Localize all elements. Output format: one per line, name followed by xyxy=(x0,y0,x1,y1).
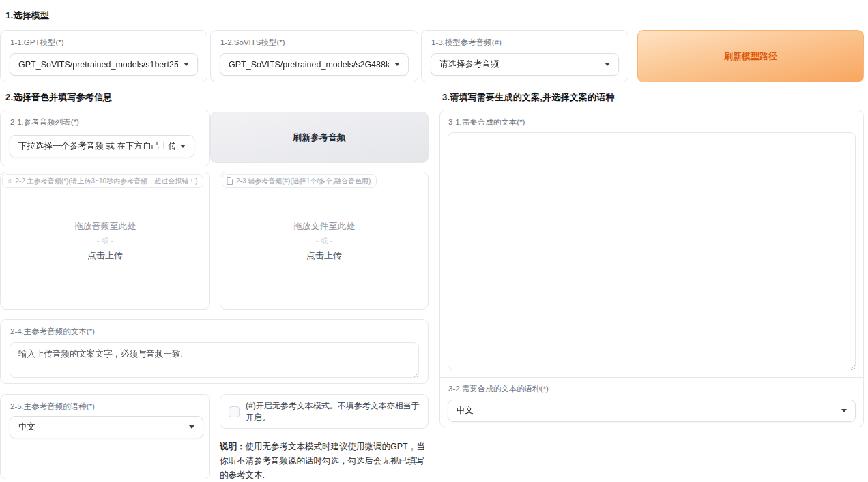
ref-text-input[interactable] xyxy=(10,342,419,378)
section-1-title: 1.选择模型 xyxy=(5,10,49,22)
sovits-model-field: 1-2.SoVITS模型(*) GPT_SoVITS/pretrained_mo… xyxy=(210,30,418,82)
section-2-title: 2.选择音色并填写参考信息 xyxy=(5,91,112,104)
model-ref-audio-field: 1-3.模型参考音频(#) 请选择参考音频 xyxy=(421,30,628,82)
or-text: - 或 - xyxy=(97,236,113,246)
ref-audio-list-field: 2-1.参考音频列表(*) 下拉选择一个参考音频 或 在下方自己上传 xyxy=(0,110,210,166)
model-ref-audio-label: 1-3.模型参考音频(#) xyxy=(431,37,502,48)
aux-ref-audio-dropzone[interactable]: 2-3.辅参考音频(#)(选择1个/多个,融合音色用) 拖放文件至此处 - 或 … xyxy=(220,172,429,310)
chevron-down-icon xyxy=(394,63,400,66)
gpt-model-dropdown[interactable]: GPT_SoVITS/pretrained_models/s1bert25hz-… xyxy=(10,53,198,76)
chevron-down-icon xyxy=(184,63,189,66)
main-ref-audio-upload-area: 拖放音频至此处 - 或 - 点击上传 xyxy=(1,172,209,309)
ref-text-label: 2-4.主参考音频的文本(*) xyxy=(10,327,95,337)
target-language-value: 中文 xyxy=(457,405,836,417)
no-ref-text-mode-field: (#)开启无参考文本模式。不填参考文本亦相当于开启。 xyxy=(220,394,429,429)
model-ref-audio-dropdown[interactable]: 请选择参考音频 xyxy=(431,53,619,76)
no-ref-text-mode-label[interactable]: (#)开启无参考文本模式。不填参考文本亦相当于开启。 xyxy=(246,400,420,423)
chevron-down-icon xyxy=(605,63,610,66)
note-bold: 说明： xyxy=(220,442,246,451)
ref-audio-list-value: 下拉选择一个参考音频 或 在下方自己上传 xyxy=(18,140,175,152)
click-to-upload-link[interactable]: 点击上传 xyxy=(87,250,123,262)
group-divider xyxy=(440,377,863,378)
sovits-model-value: GPT_SoVITS/pretrained_models/s2G488k.pth xyxy=(229,60,389,70)
drop-file-text: 拖放文件至此处 xyxy=(293,220,356,232)
main-ref-audio-dropzone[interactable]: ♫ 2-2.主参考音频(*)(请上传3~10秒内参考音频，超过会报错！) 拖放音… xyxy=(0,172,210,310)
no-ref-mode-note: 说明：使用无参考文本模式时建议使用微调的GPT，当你听不清参考音频说的话时勾选，… xyxy=(220,440,429,482)
target-language-label: 3-2.需要合成的文本的语种(*) xyxy=(448,384,549,394)
note-text: 使用无参考文本模式时建议使用微调的GPT，当你听不清参考音频说的话时勾选，勾选后… xyxy=(220,442,425,480)
gpt-sovits-inference-page: 1.选择模型 1-1.GPT模型(*) GPT_SoVITS/pretraine… xyxy=(0,0,868,482)
sovits-model-label: 1-2.SoVITS模型(*) xyxy=(220,37,285,48)
chevron-down-icon xyxy=(189,425,194,429)
ref-audio-list-dropdown[interactable]: 下拉选择一个参考音频 或 在下方自己上传 xyxy=(10,135,194,157)
target-text-group: 3-1.需要合成的文本(*) 3-2.需要合成的文本的语种(*) 中文 xyxy=(439,110,864,427)
chevron-down-icon xyxy=(841,409,847,412)
ref-audio-list-label: 2-1.参考音频列表(*) xyxy=(10,117,79,127)
gpt-model-value: GPT_SoVITS/pretrained_models/s1bert25hz-… xyxy=(18,60,178,70)
ref-language-value: 中文 xyxy=(18,421,184,433)
target-language-dropdown[interactable]: 中文 xyxy=(448,400,856,422)
model-ref-audio-value: 请选择参考音频 xyxy=(439,59,599,70)
section-3-title: 3.请填写需要生成的文案,并选择文案的语种 xyxy=(442,91,615,104)
refresh-model-path-button[interactable]: 刷新模型路径 xyxy=(637,30,864,82)
ref-text-field: 2-4.主参考音频的文本(*) xyxy=(0,319,429,384)
chevron-down-icon xyxy=(180,145,186,148)
ref-language-label: 2-5.主参考音频的语种(*) xyxy=(10,402,95,412)
gpt-model-field: 1-1.GPT模型(*) GPT_SoVITS/pretrained_model… xyxy=(0,30,207,82)
ref-language-dropdown[interactable]: 中文 xyxy=(10,416,203,438)
sovits-model-dropdown[interactable]: GPT_SoVITS/pretrained_models/s2G488k.pth xyxy=(220,53,409,76)
click-to-upload-link[interactable]: 点击上传 xyxy=(306,250,342,262)
refresh-reference-audio-button[interactable]: 刷新参考音频 xyxy=(210,112,429,163)
aux-ref-audio-upload-area: 拖放文件至此处 - 或 - 点击上传 xyxy=(220,172,428,309)
or-text: - 或 - xyxy=(316,236,332,246)
target-text-label: 3-1.需要合成的文本(*) xyxy=(448,117,525,127)
gpt-model-label: 1-1.GPT模型(*) xyxy=(10,37,64,48)
ref-language-field: 2-5.主参考音频的语种(*) 中文 xyxy=(0,394,210,479)
target-text-input[interactable] xyxy=(448,132,856,370)
drop-audio-text: 拖放音频至此处 xyxy=(74,220,136,232)
no-ref-text-mode-checkbox[interactable] xyxy=(229,406,240,417)
